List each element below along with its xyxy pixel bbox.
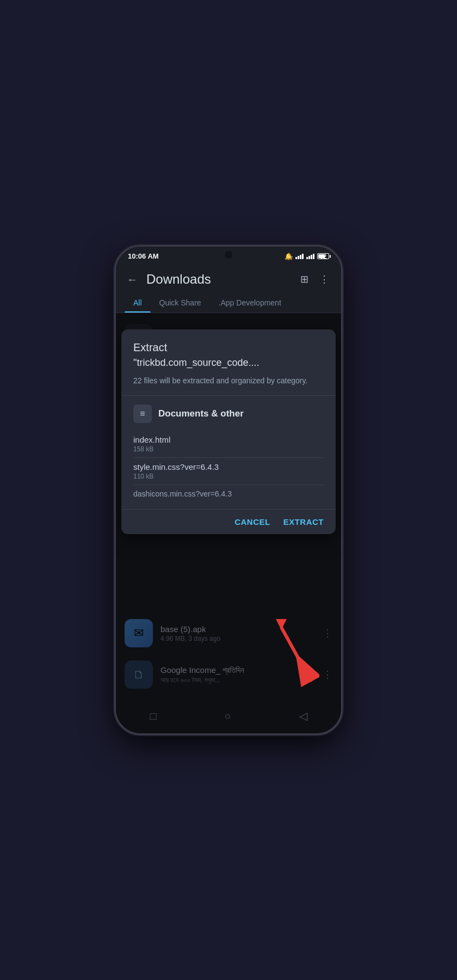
tab-app-development[interactable]: .App Development xyxy=(210,293,290,313)
dialog-section-documents: ≡ Documents & other index.html 158 kB st… xyxy=(121,396,336,510)
dialog-header: Extract "trickbd.com_source_code.... 22 … xyxy=(121,329,336,396)
status-time: 10:06 AM xyxy=(128,252,159,260)
battery-icon: 32 xyxy=(317,253,329,259)
extract-dialog: Extract "trickbd.com_source_code.... 22 … xyxy=(121,329,336,534)
app-bar-actions: ⊞ ⋮ xyxy=(297,270,332,289)
dialog-title: Extract xyxy=(133,341,324,354)
svg-marker-2 xyxy=(276,619,287,630)
documents-icon: ≡ xyxy=(133,405,152,423)
svg-line-1 xyxy=(281,627,311,682)
tabs-bar: All Quick Share .App Development xyxy=(116,293,341,313)
section-title: Documents & other xyxy=(158,408,244,419)
cancel-button[interactable]: Cancel xyxy=(234,517,270,526)
phone-frame: 10:06 AM 🔔̶ xyxy=(114,245,343,735)
grid-view-icon[interactable]: ⊞ xyxy=(297,270,312,289)
file-size-0: 158 kB xyxy=(133,445,324,453)
dialog-filename: "trickbd.com_source_code.... xyxy=(133,357,324,369)
extract-button[interactable]: Extract xyxy=(283,517,324,526)
file-name-partial: dashicons.min.css?ver=6.4.3 xyxy=(133,489,324,498)
file-name-1: style.min.css?ver=6.4.3 xyxy=(133,462,324,471)
mute-icon: 🔔̶ xyxy=(285,253,293,260)
file-entry-partial: dashicons.min.css?ver=6.4.3 xyxy=(133,485,324,500)
tab-quick-share[interactable]: Quick Share xyxy=(151,293,210,313)
arrow-annotation xyxy=(270,616,319,687)
dialog-description: 22 files will be extracted and organized… xyxy=(133,375,324,387)
app-bar: ← Downloads ⊞ ⋮ xyxy=(116,264,341,293)
file-entry-0: index.html 158 kB xyxy=(133,431,324,458)
file-size-1: 110 kB xyxy=(133,473,324,480)
section-header: ≡ Documents & other xyxy=(133,405,324,423)
file-name-0: index.html xyxy=(133,435,324,444)
tab-all[interactable]: All xyxy=(125,293,151,313)
status-icons: 🔔̶ xyxy=(285,253,329,260)
content-area: ——— Extract "trickbd.com_source_code....… xyxy=(116,313,341,733)
camera-notch xyxy=(225,251,232,259)
battery: 32 xyxy=(317,253,329,259)
more-options-icon[interactable]: ⋮ xyxy=(316,270,332,289)
phone-screen: 10:06 AM 🔔̶ xyxy=(116,247,341,733)
signal-bars-2 xyxy=(306,254,314,259)
dialog-buttons: Cancel Extract xyxy=(121,510,336,534)
back-button[interactable]: ← xyxy=(125,271,140,288)
file-entry-1: style.min.css?ver=6.4.3 110 kB xyxy=(133,458,324,485)
signal-bars-1 xyxy=(295,254,304,259)
page-title: Downloads xyxy=(146,272,291,287)
